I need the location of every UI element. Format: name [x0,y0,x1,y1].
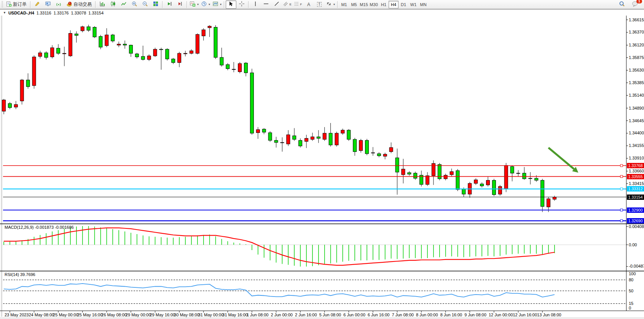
search-button[interactable] [617,0,627,9]
macd-label: MACD(12,26,9) -0.001873 -0.001686 [5,225,74,230]
template-icon [212,1,218,8]
date-axis-label: 1 Jun 08:00 [247,313,269,317]
new-order-icon [6,1,12,8]
signals-button[interactable] [53,0,64,9]
cursor-button[interactable] [226,0,236,9]
price-axis-label: 1.33910 [629,156,644,161]
panel-divider-rsi[interactable] [0,270,644,272]
date-axis-label: 9 Jun 08:00 [464,313,486,317]
timeframe-h4[interactable]: H4 [389,1,399,8]
bar-chart-button[interactable] [97,0,108,9]
auto-trading-label: 自动交易 [73,1,92,8]
price-axis-label: 1.34645 [629,118,644,123]
line-handle[interactable] [620,164,623,167]
signal-icon [56,1,62,8]
indicators-button[interactable]: ▾ [188,0,200,9]
zoom-out-button[interactable] [140,0,150,9]
vertical-line-icon [252,1,258,8]
market-watch-button[interactable] [43,0,53,9]
chevron-down-icon: ▾ [220,3,222,6]
zoom-in-button[interactable] [129,0,140,9]
date-axis-label: 13 Jun 08:00 [537,313,561,317]
toolbar-separator [187,1,187,8]
line-handle[interactable] [620,209,623,211]
vertical-line-button[interactable] [250,0,261,9]
timeframe-w1[interactable]: W1 [408,1,418,8]
crosshair-icon [239,1,245,8]
date-axis-label: 26 May 08:00 [101,313,127,317]
arrows-button[interactable]: ▾ [325,0,336,9]
notifications-button[interactable]: 1 [630,0,640,9]
price-level-badge: 1.33312 [627,186,644,191]
horizontal-line-button[interactable] [261,0,271,9]
price-axis-label: 1.33415 [629,181,644,186]
arrows-icon [326,1,332,8]
tile-windows-button[interactable] [150,0,161,9]
periods-button[interactable]: ▾ [200,0,211,9]
price-axis-label: 1.33660 [629,169,644,174]
text-label-button[interactable]: T [314,0,325,9]
price-axis-label: 1.34155 [629,143,644,148]
auto-trading-button[interactable]: 自动交易 [64,0,94,9]
rsi-name: RSI(14) [5,272,19,277]
timeframe-h1[interactable]: H1 [379,1,389,8]
rsi-axis-label: 100 [629,271,636,276]
timeframe-d1[interactable]: D1 [399,1,408,8]
bid-price-badge: 1.33154 [627,195,644,200]
trendline-button[interactable] [271,0,282,9]
date-axis-label: 8 Jun 00:00 [416,313,438,317]
date-axis-label: 12 Jun 16:00 [513,313,537,317]
rsi-axis-label: 0 [629,306,631,311]
date-axis-label: 30 May 08:00 [174,313,199,317]
timeframe-m5[interactable]: M5 [349,1,359,8]
timeframe-m15[interactable]: M15 [359,1,369,8]
channel-letter: E [289,3,291,6]
chart-open-value: 1.33116 [37,11,51,15]
date-axis-label: 29 May 00:00 [126,313,151,317]
line-chart-button[interactable] [118,0,129,9]
timeframe-mn[interactable]: MN [418,1,428,8]
date-axis-label: 12 Jun 00:00 [489,313,513,317]
auto-scroll-button[interactable] [164,0,175,9]
price-axis-label: 1.34890 [629,106,644,111]
toolbar-separator [162,1,163,8]
date-axis-label: 31 May 00:00 [198,313,224,317]
date-axis-label: 25 May 16:00 [77,313,103,317]
price-axis-label: 1.34400 [629,131,644,136]
zoom-in-icon [131,1,137,8]
line-handle[interactable] [620,220,623,222]
auto-trading-icon [66,1,72,8]
equidistant-channel-button[interactable]: E [282,0,293,9]
templates-button[interactable]: ▾ [211,0,223,9]
fibonacci-button[interactable]: F [293,0,303,9]
timeframe-m1[interactable]: M1 [339,1,349,8]
toolbar-grip[interactable] [2,1,3,8]
objects-button[interactable] [32,0,43,9]
macd-axis-label: 0.00 [629,242,637,247]
price-axis-label: 1.36120 [629,43,644,48]
price-level-badge: 1.33555 [627,174,644,179]
crosshair-button[interactable] [236,0,247,9]
candlestick-chart-icon [110,1,116,8]
toolbar-separator [337,1,338,8]
fibonacci-icon [294,1,299,8]
text-icon: A [307,2,310,7]
chart-shift-icon [177,1,183,8]
line-handle[interactable] [620,188,623,190]
panel-divider-macd[interactable] [0,223,644,225]
rsi-value: 39.7696 [20,272,35,277]
chart-shift-button[interactable] [175,0,185,9]
rsi-label: RSI(14) 39.7696 [5,272,35,277]
macd-axis-label: 0.004084 [629,224,644,229]
text-button[interactable]: A [303,0,314,9]
candlestick-chart-button[interactable] [108,0,118,9]
macd-main-value: -0.001873 [35,225,54,230]
timeframe-m30[interactable]: M30 [369,1,379,8]
date-axis-label: 6 Jun 00:00 [343,313,365,317]
collapse-icon[interactable]: ▼ [3,11,6,14]
date-axis-label: 23 May 2023 [5,313,29,317]
line-handle[interactable] [620,175,623,178]
date-axis-label: 8 Jun 16:00 [440,313,462,317]
chart-high-value: 1.33176 [54,11,69,15]
new-order-button[interactable]: 新订单 [4,0,29,9]
